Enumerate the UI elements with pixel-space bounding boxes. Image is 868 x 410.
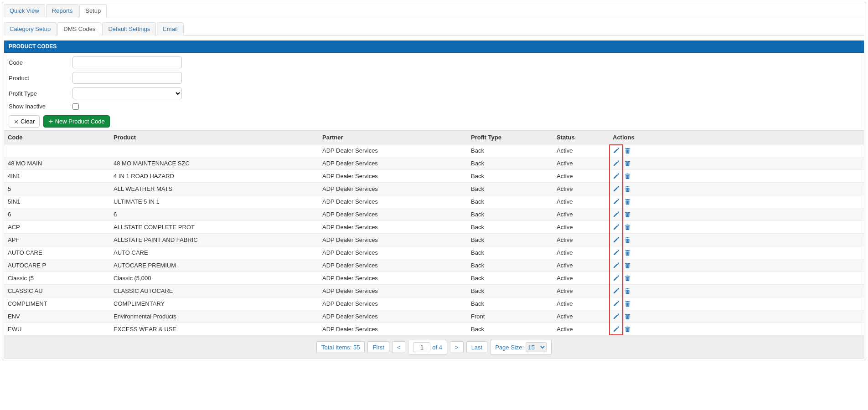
cell-status: Active [553, 285, 609, 297]
trash-icon[interactable] [624, 198, 631, 205]
trash-icon[interactable] [624, 224, 631, 231]
cell-status: Active [553, 246, 609, 259]
cell-profit_type: Back [467, 157, 553, 170]
edit-icon[interactable] [613, 275, 620, 282]
clear-button[interactable]: Clear [9, 115, 40, 128]
trash-icon[interactable] [624, 326, 631, 333]
tab-reports[interactable]: Reports [46, 4, 79, 17]
pager-next[interactable]: > [450, 341, 464, 353]
edit-icon[interactable] [613, 262, 620, 269]
cell-profit_type: Front [467, 310, 553, 323]
product-codes-table: Code Product Partner Profit Type Status … [4, 130, 864, 336]
cell-product: AUTOCARE PREMIUM [110, 259, 319, 272]
header-code[interactable]: Code [4, 131, 110, 144]
trash-icon[interactable] [624, 236, 631, 243]
table-row: AUTO CAREAUTO CAREADP Dealer ServicesBac… [4, 246, 864, 259]
pager: Total Items: 55 First < of 4 > Last Page… [4, 336, 864, 358]
trash-icon[interactable] [624, 249, 631, 256]
tab-quick-view[interactable]: Quick View [4, 4, 45, 17]
cell-code: AUTO CARE [4, 246, 110, 259]
cell-actions [609, 144, 864, 157]
header-profit-type[interactable]: Profit Type [467, 131, 553, 144]
cell-partner: ADP Dealer Services [319, 234, 467, 246]
page-size-label: Page Size: [495, 344, 524, 351]
cell-partner: ADP Dealer Services [319, 310, 467, 323]
cell-status: Active [553, 195, 609, 208]
cell-code: CLASSIC AU [4, 285, 110, 297]
pager-last[interactable]: Last [466, 341, 488, 353]
cell-partner: ADP Dealer Services [319, 272, 467, 285]
table-row: EWUEXCESS WEAR & USEADP Dealer ServicesB… [4, 323, 864, 336]
profit-type-select[interactable] [72, 87, 182, 99]
page-size-select[interactable]: 15 [526, 342, 547, 352]
subtab-category-setup[interactable]: Category Setup [4, 22, 57, 36]
cell-code: 5IN1 [4, 195, 110, 208]
header-partner[interactable]: Partner [319, 131, 467, 144]
sub-tabs: Category SetupDMS CodesDefault SettingsE… [4, 22, 864, 36]
cell-partner: ADP Dealer Services [319, 221, 467, 234]
cell-partner: ADP Dealer Services [319, 246, 467, 259]
product-codes-panel: PRODUCT CODES Code Product Profit Type S… [4, 40, 864, 359]
table-row: 66ADP Dealer ServicesBackActive [4, 208, 864, 221]
cell-actions [609, 246, 864, 259]
cell-profit_type: Back [467, 195, 553, 208]
total-items: Total Items: 55 [316, 341, 365, 353]
trash-icon[interactable] [624, 173, 631, 179]
table-row: AUTOCARE PAUTOCARE PREMIUMADP Dealer Ser… [4, 259, 864, 272]
edit-icon[interactable] [613, 185, 620, 192]
cell-status: Active [553, 323, 609, 336]
pager-page-input[interactable] [413, 342, 430, 352]
trash-icon[interactable] [624, 160, 631, 167]
new-product-code-button[interactable]: New Product Code [43, 115, 110, 128]
trash-icon[interactable] [624, 262, 631, 269]
cell-profit_type: Back [467, 221, 553, 234]
pager-first[interactable]: First [367, 341, 389, 353]
cell-product: ALLSTATE COMPLETE PROT [110, 221, 319, 234]
cell-actions [609, 323, 864, 336]
cell-code: ENV [4, 310, 110, 323]
tab-setup[interactable]: Setup [79, 4, 107, 17]
edit-icon[interactable] [613, 236, 620, 243]
cell-actions [609, 208, 864, 221]
trash-icon[interactable] [624, 185, 631, 192]
header-status[interactable]: Status [553, 131, 609, 144]
cell-code: Classic (5 [4, 272, 110, 285]
code-label: Code [9, 59, 72, 66]
cell-partner: ADP Dealer Services [319, 157, 467, 170]
show-inactive-checkbox[interactable] [72, 103, 79, 110]
cell-partner: ADP Dealer Services [319, 297, 467, 310]
trash-icon[interactable] [624, 211, 631, 218]
trash-icon[interactable] [624, 313, 631, 320]
cell-partner: ADP Dealer Services [319, 183, 467, 195]
edit-icon[interactable] [613, 224, 620, 231]
edit-icon[interactable] [613, 249, 620, 256]
edit-icon[interactable] [613, 211, 620, 218]
edit-icon[interactable] [613, 160, 620, 167]
code-input[interactable] [72, 56, 182, 68]
subtab-email[interactable]: Email [157, 22, 184, 36]
edit-icon[interactable] [613, 300, 620, 307]
edit-icon[interactable] [613, 198, 620, 205]
cell-status: Active [553, 208, 609, 221]
cell-code: COMPLIMENT [4, 297, 110, 310]
trash-icon[interactable] [624, 300, 631, 307]
cell-product: 4 IN 1 ROAD HAZARD [110, 170, 319, 183]
edit-icon[interactable] [613, 287, 620, 294]
subtab-dms-codes[interactable]: DMS Codes [57, 22, 101, 36]
pager-prev[interactable]: < [392, 341, 406, 353]
edit-icon[interactable] [613, 147, 620, 154]
product-input[interactable] [72, 72, 182, 84]
close-icon [14, 119, 19, 124]
cell-product: Classic (5,000 [110, 272, 319, 285]
edit-icon[interactable] [613, 173, 620, 179]
cell-partner: ADP Dealer Services [319, 195, 467, 208]
edit-icon[interactable] [613, 326, 620, 333]
trash-icon[interactable] [624, 147, 631, 154]
trash-icon[interactable] [624, 275, 631, 282]
subtab-default-settings[interactable]: Default Settings [102, 22, 156, 36]
profit-type-label: Profit Type [9, 90, 72, 97]
trash-icon[interactable] [624, 287, 631, 294]
header-product[interactable]: Product [110, 131, 319, 144]
cell-status: Active [553, 234, 609, 246]
edit-icon[interactable] [613, 313, 620, 320]
